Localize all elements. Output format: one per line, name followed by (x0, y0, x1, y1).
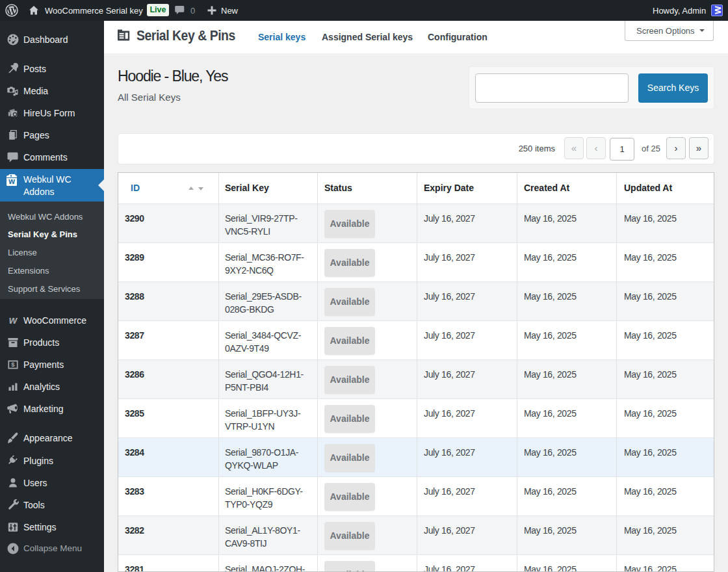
svg-text:w: w (9, 315, 18, 326)
svg-text:$: $ (11, 361, 15, 368)
